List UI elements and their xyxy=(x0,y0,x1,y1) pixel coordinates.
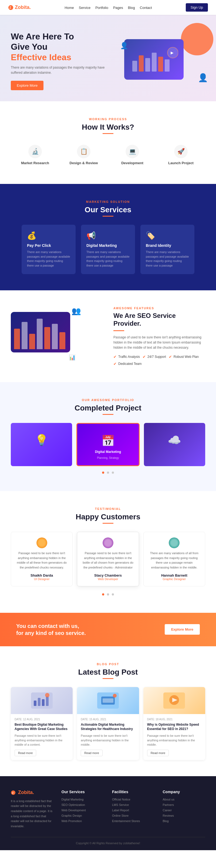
testimonials-label: TESTIMONIAL xyxy=(11,507,205,510)
footer-company-4[interactable]: Reviews xyxy=(163,814,206,817)
testimonial-1: Passage need to be sure there isn't anyt… xyxy=(11,532,73,586)
testimonial-text-2: Passage need to be sure there isn't anyt… xyxy=(82,551,134,570)
services-grid: 💰 Pay Per Click There are many variation… xyxy=(11,225,205,274)
footer-company-1[interactable]: About us xyxy=(163,798,206,801)
nav-pages[interactable]: Pages xyxy=(113,6,123,10)
bar-2 xyxy=(22,322,28,349)
digital-icon: 📢 xyxy=(86,231,130,240)
service-card-brand: 🏷️ Brand Identity There are many variati… xyxy=(141,225,194,274)
dot-3[interactable] xyxy=(112,471,114,474)
avatar-3 xyxy=(169,537,180,548)
footer-company-2[interactable]: Partners xyxy=(163,803,206,806)
brand-desc: There are many variations passages and p… xyxy=(146,250,189,268)
bar-7 xyxy=(59,332,65,349)
portfolio-card-1[interactable]: 💡 xyxy=(11,423,72,466)
t-dot-1[interactable] xyxy=(102,593,104,595)
seo-section: 👥 📊 AWESOME FEATURES We Are SEO Service … xyxy=(0,290,216,382)
read-more-1[interactable]: Read more xyxy=(14,750,36,756)
svg-rect-12 xyxy=(34,701,36,706)
footer-facility-4[interactable]: Online Store xyxy=(112,814,155,817)
blog-post-title-3: Why is Optimizing Website Speed Essentia… xyxy=(147,722,202,732)
portfolio-section: OUR AWESOME PORTFOLIO Completed Project … xyxy=(0,382,216,491)
seo-divider xyxy=(114,330,124,331)
copyright-text: Copyright © All Rights Reserved by zobit… xyxy=(76,841,140,845)
ppc-icon: 💰 xyxy=(27,231,70,240)
blog-visual-1 xyxy=(31,692,53,709)
avatar-1 xyxy=(36,537,47,548)
portfolio-dots xyxy=(11,470,205,475)
footer-company-3[interactable]: Career xyxy=(163,809,206,812)
check-icon-3: ✔ xyxy=(169,354,172,359)
step-label-2: Development xyxy=(111,161,154,165)
blog-img-2 xyxy=(77,687,139,714)
footer-service-5[interactable]: Web Promotion xyxy=(62,819,104,823)
footer-about-text: It is a long established fact that reade… xyxy=(11,799,54,829)
nav-service[interactable]: Service xyxy=(79,6,90,10)
blog-body-3: DATE: 18 AUG, 2021 Why is Optimizing Web… xyxy=(143,714,205,760)
footer-services-title: Our Services xyxy=(62,790,104,794)
brand-title: Brand Identity xyxy=(146,243,189,248)
footer-service-3[interactable]: Web Development xyxy=(62,809,104,812)
svg-rect-7 xyxy=(158,57,163,71)
hero-visual: ▶ 👤 👤 xyxy=(119,31,205,91)
svg-rect-6 xyxy=(152,53,157,71)
footer-company-5[interactable]: Blog xyxy=(163,819,206,823)
check-icon-2: ✔ xyxy=(143,354,146,359)
brand-icon: 🏷️ xyxy=(146,231,189,240)
blog-post-title-2: Actionable Digital Marketing Strategies … xyxy=(81,722,135,732)
blog-date-3: DATE: 18 AUG, 2021 xyxy=(147,718,202,721)
blog-img-3 xyxy=(143,687,205,714)
dot-2[interactable] xyxy=(107,471,109,474)
portfolio-card-3[interactable]: ☁️ xyxy=(144,423,205,466)
bar-1 xyxy=(14,329,20,349)
portfolio-card-2[interactable]: 📅 Digital Marketing Planning, Strategy xyxy=(76,423,139,466)
step-launch: 🚀 Launch Project xyxy=(157,142,205,168)
footer-facilities-col: Facilities Official Notice LMS Service L… xyxy=(112,790,155,829)
nav-links: Home Service Portfolio Pages Blog Contac… xyxy=(64,5,152,10)
dot-1[interactable] xyxy=(102,471,104,474)
t-dot-3[interactable] xyxy=(112,593,114,595)
t-dot-2[interactable] xyxy=(107,593,109,595)
nav-portfolio[interactable]: Portfolio xyxy=(95,6,108,10)
digital-title: Digital Marketing xyxy=(86,243,130,248)
nav-home[interactable]: Home xyxy=(64,6,74,10)
portfolio-label: OUR AWESOME PORTFOLIO xyxy=(11,398,205,402)
footer-service-4[interactable]: Graphic Design xyxy=(62,814,104,817)
read-more-2[interactable]: Read more xyxy=(81,750,102,756)
testimonial-3: There are many variations of all from pa… xyxy=(143,532,205,586)
nav-blog[interactable]: Blog xyxy=(128,6,135,10)
blog-post-text-1: Passage need to be sure there isn't anyt… xyxy=(14,734,69,747)
blog-grid: DATE: 12 AUG, 2021 Best Boutique Digital… xyxy=(11,687,205,760)
feature-support: ✔ 24/7 Support xyxy=(143,354,166,359)
read-more-3[interactable]: Read more xyxy=(147,750,169,756)
seo-label: AWESOME FEATURES xyxy=(114,307,205,310)
step-label-1: Design & Review xyxy=(62,161,105,165)
cta-text: You can contact with us,for any kind of … xyxy=(16,622,86,637)
cta-button[interactable]: Explore More xyxy=(165,624,200,635)
nav-contact[interactable]: Contact xyxy=(140,6,152,10)
testimonials-grid: Passage need to be sure there isn't anyt… xyxy=(11,532,205,586)
bar-4 xyxy=(37,319,43,349)
footer-service-1[interactable]: Digital Marketing xyxy=(62,798,104,801)
feature-web-plan: ✔ Robust Web Plan xyxy=(169,354,199,359)
footer-service-2[interactable]: SEO Optimization xyxy=(62,803,104,806)
footer-facility-2[interactable]: LMS Service xyxy=(112,803,155,806)
testimonial-name-3: Hannah Barnett xyxy=(148,574,200,578)
hero-text: We Are Here To Give You Effective Ideas … xyxy=(11,31,108,91)
footer-about: Z Zobita. It is a long established fact … xyxy=(11,790,54,829)
testimonial-text-1: Passage need to be sure there isn't anyt… xyxy=(16,551,68,570)
check-icon-4: ✔ xyxy=(114,362,117,366)
footer-facility-1[interactable]: Official Notice xyxy=(112,798,155,801)
step-market-research: 🔬 Market Research xyxy=(11,142,59,168)
svg-rect-15 xyxy=(46,696,49,706)
signup-button[interactable]: Sign Up xyxy=(186,3,208,11)
portfolio-card-sub: Planning, Strategy xyxy=(77,457,138,462)
explore-button[interactable]: Explore More xyxy=(11,81,43,90)
steps-container: 🔬 Market Research 📋 Design & Review 💻 De… xyxy=(11,142,205,168)
portfolio-title: Completed Project xyxy=(11,404,205,412)
footer-facility-3[interactable]: Label Report xyxy=(112,809,155,812)
footer-facility-5[interactable]: Entertainment Stores xyxy=(112,819,155,823)
how-label: WORKING PROCESS xyxy=(11,118,205,121)
footer-logo: Z Zobita. xyxy=(11,790,54,795)
footer-facilities-title: Facilities xyxy=(112,790,155,794)
